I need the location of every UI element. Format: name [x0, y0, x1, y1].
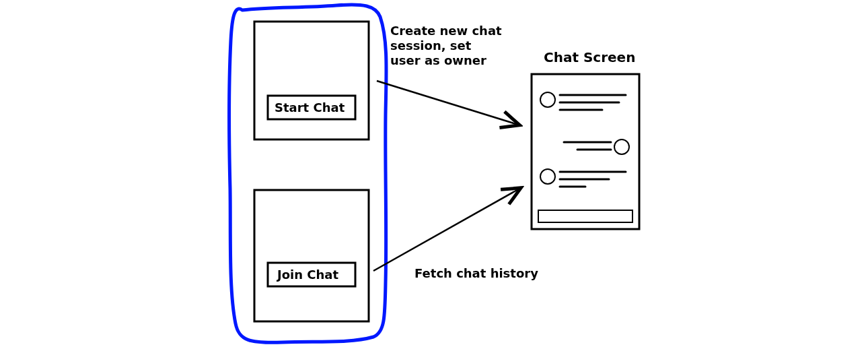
arrow-start-to-chat — [377, 81, 518, 125]
chat-screen-mock — [532, 74, 639, 229]
svg-rect-7 — [532, 74, 639, 229]
avatar-icon — [540, 169, 555, 184]
join-chat-button-label: Join Chat — [276, 267, 338, 282]
avatar-icon — [540, 92, 555, 107]
chat-input-mock — [538, 210, 632, 222]
fetch-history-label: Fetch chat history — [414, 266, 538, 280]
join-chat-button[interactable]: Join Chat — [268, 263, 355, 286]
start-chat-screen: Start Chat — [254, 22, 369, 139]
svg-text:Create new chat: Create new chat — [390, 24, 502, 38]
svg-text:user as owner: user as owner — [390, 53, 486, 67]
screens-group-outline — [229, 5, 386, 342]
start-chat-button[interactable]: Start Chat — [268, 96, 355, 119]
chat-screen-title: Chat Screen — [544, 49, 635, 65]
avatar-icon — [614, 139, 629, 154]
svg-rect-2 — [254, 190, 369, 321]
svg-rect-0 — [254, 22, 369, 139]
arrow-join-to-chat — [373, 189, 519, 271]
create-session-label: Create new chat session, set user as own… — [390, 24, 502, 67]
flow-diagram: Start Chat Join Chat Create new chat ses… — [0, 0, 868, 347]
join-chat-screen: Join Chat — [254, 190, 369, 321]
start-chat-button-label: Start Chat — [275, 100, 345, 115]
svg-text:session, set: session, set — [390, 38, 472, 53]
